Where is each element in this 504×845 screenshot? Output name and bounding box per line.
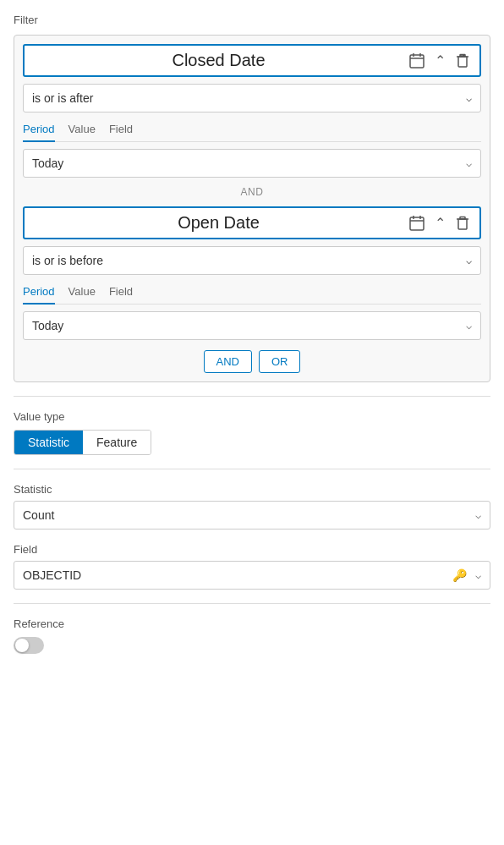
- closed-date-tabs: Period Value Field: [23, 119, 481, 142]
- reference-section: Reference: [14, 617, 490, 654]
- closed-date-delete-btn[interactable]: [452, 50, 473, 72]
- closed-date-calendar-btn[interactable]: [406, 50, 428, 72]
- statistic-section: Statistic Count ⌵: [14, 483, 490, 529]
- value-type-section: Value type Statistic Feature: [14, 410, 490, 455]
- closed-date-tab-value[interactable]: Value: [68, 119, 96, 142]
- closed-date-icons: ⌃: [406, 49, 473, 72]
- divider-1: [14, 396, 490, 397]
- value-type-label: Value type: [14, 410, 490, 423]
- reference-toggle[interactable]: [14, 637, 44, 654]
- open-date-tab-field[interactable]: Field: [109, 282, 133, 305]
- open-date-tabs: Period Value Field: [23, 282, 481, 305]
- value-type-toggle-group: Statistic Feature: [14, 430, 151, 455]
- svg-rect-13: [458, 219, 467, 229]
- closed-date-tab-field[interactable]: Field: [109, 119, 133, 142]
- open-date-operator-dropdown[interactable]: is or is before ⌵: [23, 246, 481, 275]
- condition-1: Closed Date ⌃: [23, 44, 481, 178]
- open-date-period-value: Today: [32, 319, 63, 332]
- key-icon: 🔑: [452, 568, 467, 582]
- open-date-title: Open Date: [31, 213, 406, 233]
- statistic-chevron-icon: ⌵: [475, 509, 481, 521]
- open-date-operator-chevron: ⌵: [466, 255, 472, 266]
- statistic-value: Count: [23, 508, 54, 522]
- divider-2: [14, 469, 490, 469]
- closed-date-value-chevron: ⌵: [466, 157, 472, 169]
- closed-date-period-value: Today: [32, 156, 63, 170]
- field-chevron-icon: ⌵: [475, 569, 481, 581]
- and-separator: AND: [23, 186, 481, 198]
- field-value: OBJECTID: [23, 568, 81, 582]
- open-date-value-dropdown[interactable]: Today ⌵: [23, 311, 481, 340]
- filter-label: Filter: [14, 14, 490, 26]
- svg-rect-9: [410, 217, 424, 230]
- closed-date-header: Closed Date ⌃: [23, 44, 481, 77]
- page-container: Filter Closed Date ⌃: [0, 0, 504, 667]
- open-date-chevron-btn[interactable]: ⌃: [431, 211, 449, 234]
- open-date-icons: ⌃: [406, 211, 473, 234]
- open-date-header: Open Date ⌃: [23, 206, 481, 239]
- closed-date-operator-dropdown[interactable]: is or is after ⌵: [23, 84, 481, 112]
- add-or-button[interactable]: OR: [259, 350, 301, 373]
- open-date-delete-btn[interactable]: [452, 212, 473, 234]
- svg-rect-4: [458, 57, 467, 67]
- open-date-calendar-btn[interactable]: [406, 212, 428, 234]
- add-buttons-row: AND OR: [23, 350, 481, 373]
- svg-rect-0: [410, 55, 424, 68]
- svg-rect-14: [460, 217, 465, 219]
- closed-date-operator-value: is or is after: [32, 91, 93, 105]
- open-date-value-chevron: ⌵: [466, 320, 472, 332]
- closed-date-value-dropdown[interactable]: Today ⌵: [23, 149, 481, 178]
- closed-date-operator-chevron: ⌵: [466, 92, 472, 104]
- divider-3: [14, 603, 490, 604]
- filter-box: Closed Date ⌃: [14, 35, 490, 382]
- statistic-toggle-btn[interactable]: Statistic: [14, 431, 83, 454]
- feature-toggle-btn[interactable]: Feature: [83, 431, 151, 454]
- field-dropdown-icons: 🔑 ⌵: [452, 568, 481, 582]
- field-label: Field: [14, 543, 490, 556]
- open-date-operator-value: is or is before: [32, 254, 103, 267]
- closed-date-chevron-btn[interactable]: ⌃: [431, 49, 449, 72]
- statistic-label: Statistic: [14, 483, 490, 496]
- condition-2: Open Date ⌃: [23, 206, 481, 340]
- closed-date-title: Closed Date: [31, 51, 406, 70]
- closed-date-tab-period[interactable]: Period: [23, 119, 55, 142]
- field-section: Field OBJECTID 🔑 ⌵: [14, 543, 490, 590]
- add-and-button[interactable]: AND: [204, 350, 252, 373]
- open-date-tab-period[interactable]: Period: [23, 282, 55, 305]
- field-dropdown[interactable]: OBJECTID 🔑 ⌵: [14, 561, 490, 590]
- open-date-tab-value[interactable]: Value: [68, 282, 96, 305]
- statistic-dropdown[interactable]: Count ⌵: [14, 501, 490, 529]
- reference-label: Reference: [14, 617, 490, 630]
